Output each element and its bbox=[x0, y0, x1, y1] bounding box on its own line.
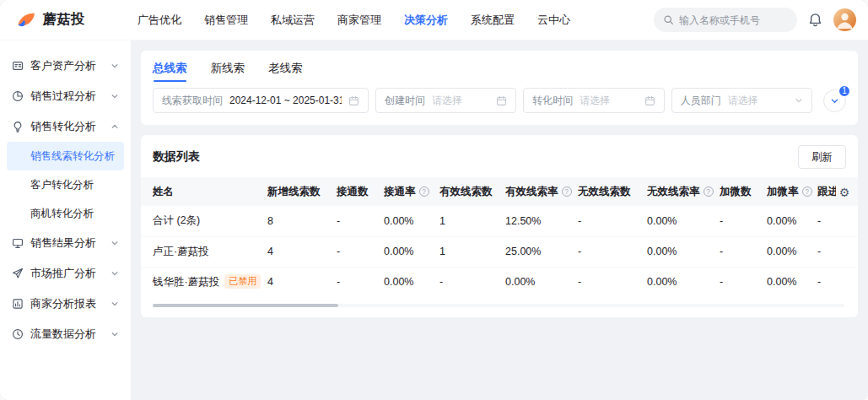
report-icon bbox=[12, 298, 24, 310]
cell-value: 4 bbox=[267, 236, 337, 267]
sidebar-item-label: 销售结果分析 bbox=[30, 235, 96, 251]
nav-item-sales-management[interactable]: 销售管理 bbox=[204, 0, 248, 41]
cell-value: - bbox=[817, 267, 858, 297]
user-avatar[interactable] bbox=[833, 8, 856, 31]
scrollbar-thumb[interactable] bbox=[153, 304, 338, 307]
cell-value: - bbox=[720, 206, 767, 236]
cell-value: 0.00% bbox=[767, 236, 817, 267]
top-navigation: 广告优化 销售管理 私域运营 商家管理 决策分析 系统配置 云中心 bbox=[137, 0, 570, 41]
cell-value: - bbox=[337, 267, 384, 297]
chevron-down-icon bbox=[111, 269, 119, 278]
send-icon bbox=[12, 268, 24, 279]
column-header-invalid-rate: 无效线索率? bbox=[647, 177, 720, 206]
sidebar-item-sales-conversion[interactable]: 销售转化分析 bbox=[7, 111, 124, 142]
brand-name: 蘑菇投 bbox=[43, 11, 85, 29]
column-header-valid-leads: 有效线索数 bbox=[439, 177, 505, 206]
data-list-header: 数据列表 刷新 bbox=[141, 145, 858, 177]
nav-item-decision-analysis[interactable]: 决策分析 bbox=[404, 0, 448, 41]
sidebar-item-sales-process[interactable]: 销售过程分析 bbox=[7, 81, 124, 111]
sidebar-subitem-lead-conversion[interactable]: 销售线索转化分析 bbox=[7, 142, 124, 170]
column-header-wechat-added: 加微数 bbox=[720, 177, 767, 206]
cell-value: - bbox=[578, 267, 647, 297]
tab-new-leads[interactable]: 新线索 bbox=[211, 51, 245, 86]
cell-value: 0.00% bbox=[767, 206, 817, 236]
sidebar-item-label: 客户资产分析 bbox=[30, 58, 96, 73]
row-name: 钱华胜·蘑菇投 bbox=[153, 276, 219, 288]
filter-collapse-button[interactable]: 1 bbox=[823, 89, 846, 112]
sidebar-subitem-customer-conversion[interactable]: 客户转化分析 bbox=[7, 170, 124, 199]
nav-item-merchant-management[interactable]: 商家管理 bbox=[337, 0, 381, 41]
sidebar-item-label: 商家分析报表 bbox=[30, 296, 96, 311]
sidebar-item-label: 市场推广分析 bbox=[30, 266, 96, 281]
sidebar-item-traffic-data[interactable]: 流量数据分析 bbox=[7, 319, 124, 349]
column-header-wechat-rate: 加微率? bbox=[767, 177, 817, 206]
sidebar: 客户资产分析 销售过程分析 bbox=[0, 41, 131, 400]
sidebar-subitem-opportunity-conversion[interactable]: 商机转化分析 bbox=[7, 199, 124, 228]
filter-personnel-department[interactable]: 人员部门 请选择 bbox=[671, 88, 812, 113]
cell-value: 0.00% bbox=[384, 267, 439, 297]
monitor-icon bbox=[12, 237, 24, 249]
sidebar-item-merchant-reports[interactable]: 商家分析报表 bbox=[7, 289, 124, 319]
table-row-total: 合计 (2条) 8 - 0.00% 1 12.50% - 0.00% - 0.0… bbox=[141, 206, 858, 236]
sidebar-item-label: 流量数据分析 bbox=[30, 327, 96, 342]
bell-icon[interactable] bbox=[808, 13, 822, 27]
filter-label: 转化时间 bbox=[532, 94, 573, 108]
filter-label: 创建时间 bbox=[385, 94, 425, 108]
nav-item-private-domain-ops[interactable]: 私域运营 bbox=[271, 0, 315, 41]
table-row: 卢正·蘑菇投 4 - 0.00% 1 25.00% - 0.00% - 0.00… bbox=[141, 236, 858, 267]
search-input[interactable] bbox=[679, 14, 788, 26]
gear-icon[interactable]: ⚙ bbox=[836, 184, 853, 201]
column-label: 接通率 bbox=[384, 186, 416, 197]
cell-value: - bbox=[817, 206, 858, 236]
global-search bbox=[654, 8, 797, 32]
filter-label: 人员部门 bbox=[681, 94, 721, 108]
chevron-down-icon bbox=[830, 96, 839, 105]
topbar: 蘑菇投 广告优化 销售管理 私域运营 商家管理 决策分析 系统配置 云中心 bbox=[0, 0, 868, 41]
sidebar-item-sales-results[interactable]: 销售结果分析 bbox=[7, 228, 124, 258]
column-header-connect-rate: 接通率? bbox=[384, 177, 439, 206]
cell-value: 12.50% bbox=[505, 206, 578, 236]
main-content: 总线索 新线索 老线索 线索获取时间 2024-12-01 ~ 2025-01-… bbox=[131, 41, 868, 400]
filter-create-time[interactable]: 创建时间 请选择 bbox=[375, 88, 516, 113]
cell-value: 1 bbox=[439, 236, 505, 267]
cell-value: 1 bbox=[439, 206, 505, 236]
filter-lead-acquire-time[interactable]: 线索获取时间 2024-12-01 ~ 2025-01-31 bbox=[153, 88, 369, 113]
cell-value: - bbox=[578, 236, 647, 267]
column-label: 接通数 bbox=[337, 186, 369, 197]
column-label: 姓名 bbox=[153, 186, 174, 197]
nav-item-ad-optimization[interactable]: 广告优化 bbox=[137, 0, 181, 41]
tab-old-leads[interactable]: 老线索 bbox=[268, 51, 303, 86]
help-icon[interactable]: ? bbox=[562, 186, 572, 197]
pie-chart-icon bbox=[12, 90, 24, 102]
nav-item-system-config[interactable]: 系统配置 bbox=[471, 0, 515, 41]
cell-value: 0.00% bbox=[384, 236, 439, 267]
help-icon[interactable]: ? bbox=[419, 186, 429, 197]
nav-item-cloud-center[interactable]: 云中心 bbox=[537, 0, 570, 41]
lead-tabs: 总线索 新线索 老线索 bbox=[153, 51, 846, 86]
table-row: 钱华胜·蘑菇投已禁用 4 - 0.00% - 0.00% - 0.00% - 0… bbox=[141, 267, 858, 297]
calendar-icon bbox=[348, 95, 359, 106]
chevron-down-icon bbox=[111, 92, 119, 100]
column-header-name: 姓名 bbox=[141, 177, 267, 206]
cell-value: 0.00% bbox=[384, 206, 439, 236]
help-icon[interactable]: ? bbox=[802, 186, 812, 197]
search-icon bbox=[663, 14, 674, 25]
cell-value: - bbox=[439, 267, 505, 297]
brand-logo[interactable]: 蘑菇投 bbox=[15, 9, 131, 31]
cell-name: 卢正·蘑菇投 bbox=[141, 236, 267, 267]
refresh-button[interactable]: 刷新 bbox=[798, 145, 846, 169]
filter-count-badge: 1 bbox=[838, 84, 851, 98]
sidebar-item-marketing-promotion[interactable]: 市场推广分析 bbox=[7, 258, 124, 289]
table-header-row: 姓名 新增线索数 接通数 接通率? 有效线索数 有效线索率? 无效线索数 无效线… bbox=[141, 177, 858, 206]
cell-value: - bbox=[578, 206, 647, 236]
data-list-card: 数据列表 刷新 姓名 新增线索数 bbox=[141, 135, 858, 317]
sidebar-item-customer-assets[interactable]: 客户资产分析 bbox=[7, 51, 124, 81]
cell-value: 25.00% bbox=[505, 236, 578, 267]
column-label: 加微率 bbox=[767, 186, 799, 197]
tab-total-leads[interactable]: 总线索 bbox=[153, 51, 187, 86]
column-label: 有效线索率 bbox=[505, 186, 558, 197]
filter-row: 线索获取时间 2024-12-01 ~ 2025-01-31 创建时间 请选择 bbox=[153, 88, 846, 113]
help-icon[interactable]: ? bbox=[704, 186, 714, 197]
cell-name: 钱华胜·蘑菇投已禁用 bbox=[141, 267, 267, 297]
filter-conversion-time[interactable]: 转化时间 请选择 bbox=[523, 88, 664, 113]
